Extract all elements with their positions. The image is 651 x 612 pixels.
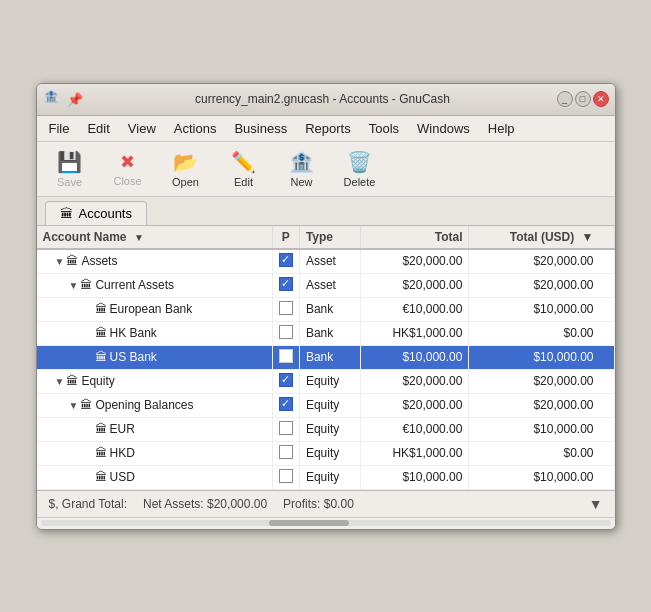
account-icon: 🏛	[95, 302, 107, 316]
expand-arrow[interactable]: ▼	[55, 256, 65, 267]
new-button[interactable]: 🏦New	[277, 146, 327, 192]
placeholder-checkbox[interactable]	[279, 445, 293, 459]
account-placeholder-cell[interactable]	[272, 297, 299, 321]
account-name-text: HK Bank	[110, 326, 157, 340]
table-row[interactable]: ▼ 🏛 Current AssetsAsset$20,000.00$20,000…	[37, 273, 615, 297]
table-row[interactable]: 🏛 EUREquity€10,000.00$10,000.00	[37, 417, 615, 441]
table-header-row: Account Name ▼ P Type Total Total (USD)	[37, 226, 615, 249]
delete-button[interactable]: 🗑️Delete	[335, 146, 385, 192]
account-total-cell: $20,000.00	[360, 273, 469, 297]
placeholder-checkbox[interactable]	[279, 373, 293, 387]
save-button: 💾Save	[45, 146, 95, 192]
account-type-cell: Bank	[299, 345, 360, 369]
account-placeholder-cell[interactable]	[272, 321, 299, 345]
account-type-cell: Bank	[299, 321, 360, 345]
account-name-cell: 🏛 EUR	[37, 417, 273, 441]
menu-item-windows[interactable]: Windows	[409, 118, 478, 139]
account-name-cell: ▼ 🏛 Assets	[37, 249, 273, 274]
account-name-text: US Bank	[110, 350, 157, 364]
placeholder-checkbox[interactable]	[279, 325, 293, 339]
account-total-cell: $10,000.00	[360, 345, 469, 369]
account-total-usd-cell: $10,000.00	[469, 345, 614, 369]
account-placeholder-cell[interactable]	[272, 393, 299, 417]
save-icon: 💾	[57, 150, 82, 174]
account-name-text: Equity	[81, 374, 114, 388]
table-row[interactable]: 🏛 European BankBank€10,000.00$10,000.00	[37, 297, 615, 321]
account-total-cell: HK$1,000.00	[360, 441, 469, 465]
placeholder-checkbox[interactable]	[279, 421, 293, 435]
account-name-text: USD	[110, 470, 135, 484]
account-total-usd-cell: $20,000.00	[469, 369, 614, 393]
expand-arrow[interactable]: ▼	[55, 376, 65, 387]
menu-item-file[interactable]: File	[41, 118, 78, 139]
close-x-icon: ✖	[120, 152, 135, 172]
account-type-cell: Equity	[299, 393, 360, 417]
footer-expand-button[interactable]: ▼	[589, 496, 603, 512]
table-row[interactable]: ▼ 🏛 AssetsAsset$20,000.00$20,000.00	[37, 249, 615, 274]
titlebar: 🏦 📌 currency_main2.gnucash - Accounts - …	[37, 84, 615, 116]
placeholder-checkbox[interactable]	[279, 253, 293, 267]
menu-item-help[interactable]: Help	[480, 118, 523, 139]
menu-item-actions[interactable]: Actions	[166, 118, 225, 139]
col-account-name[interactable]: Account Name ▼	[37, 226, 273, 249]
col-total[interactable]: Total	[360, 226, 469, 249]
window-controls: _ □ ✕	[557, 91, 609, 107]
horizontal-scrollbar[interactable]	[37, 517, 615, 529]
table-row[interactable]: 🏛 USDEquity$10,000.00$10,000.00	[37, 465, 615, 489]
account-placeholder-cell[interactable]	[272, 369, 299, 393]
placeholder-checkbox[interactable]	[279, 277, 293, 291]
table-row[interactable]: ▼ 🏛 EquityEquity$20,000.00$20,000.00	[37, 369, 615, 393]
open-label: Open	[172, 176, 199, 188]
edit-label: Edit	[234, 176, 253, 188]
account-name-cell: 🏛 European Bank	[37, 297, 273, 321]
placeholder-checkbox[interactable]	[279, 469, 293, 483]
account-placeholder-cell[interactable]	[272, 273, 299, 297]
table-row[interactable]: 🏛 HKDEquityHK$1,000.00$0.00	[37, 441, 615, 465]
expand-arrow[interactable]: ▼	[69, 400, 79, 411]
scrollbar-thumb[interactable]	[269, 520, 349, 526]
account-icon: 🏛	[95, 350, 107, 364]
menu-item-reports[interactable]: Reports	[297, 118, 359, 139]
menu-item-tools[interactable]: Tools	[361, 118, 407, 139]
new-icon: 🏦	[289, 150, 314, 174]
col-p[interactable]: P	[272, 226, 299, 249]
account-placeholder-cell[interactable]	[272, 441, 299, 465]
placeholder-checkbox[interactable]	[279, 397, 293, 411]
expand-arrow[interactable]: ▼	[69, 280, 79, 291]
col-total-usd-dropdown[interactable]: ▼	[582, 230, 594, 244]
account-total-usd-cell: $10,000.00	[469, 417, 614, 441]
close-button[interactable]: ✕	[593, 91, 609, 107]
edit-button[interactable]: ✏️Edit	[219, 146, 269, 192]
close-label: Close	[113, 175, 141, 187]
account-name-text: Opening Balances	[95, 398, 193, 412]
account-name-text: EUR	[110, 422, 135, 436]
account-placeholder-cell[interactable]	[272, 417, 299, 441]
table-row[interactable]: ▼ 🏛 Opening BalancesEquity$20,000.00$20,…	[37, 393, 615, 417]
open-button[interactable]: 📂Open	[161, 146, 211, 192]
account-type-cell: Equity	[299, 465, 360, 489]
col-total-usd[interactable]: Total (USD) ▼	[469, 226, 614, 249]
pin-icon[interactable]: 📌	[67, 92, 81, 106]
account-placeholder-cell[interactable]	[272, 345, 299, 369]
edit-icon: ✏️	[231, 150, 256, 174]
net-assets-value: Net Assets: $20,000.00	[143, 497, 267, 511]
tab-accounts[interactable]: 🏛 Accounts	[45, 201, 147, 225]
placeholder-checkbox[interactable]	[279, 301, 293, 315]
table-row[interactable]: 🏛 HK BankBankHK$1,000.00$0.00	[37, 321, 615, 345]
save-label: Save	[57, 176, 82, 188]
account-placeholder-cell[interactable]	[272, 465, 299, 489]
account-icon: 🏛	[95, 446, 107, 460]
account-name-text: Current Assets	[95, 278, 174, 292]
account-icon: 🏛	[95, 326, 107, 340]
placeholder-checkbox[interactable]	[279, 349, 293, 363]
col-type[interactable]: Type	[299, 226, 360, 249]
account-placeholder-cell[interactable]	[272, 249, 299, 274]
minimize-button[interactable]: _	[557, 91, 573, 107]
account-total-usd-cell: $20,000.00	[469, 273, 614, 297]
maximize-button[interactable]: □	[575, 91, 591, 107]
menu-item-business[interactable]: Business	[226, 118, 295, 139]
account-name-cell: ▼ 🏛 Equity	[37, 369, 273, 393]
menu-item-edit[interactable]: Edit	[79, 118, 117, 139]
menu-item-view[interactable]: View	[120, 118, 164, 139]
table-row[interactable]: 🏛 US BankBank$10,000.00$10,000.00	[37, 345, 615, 369]
